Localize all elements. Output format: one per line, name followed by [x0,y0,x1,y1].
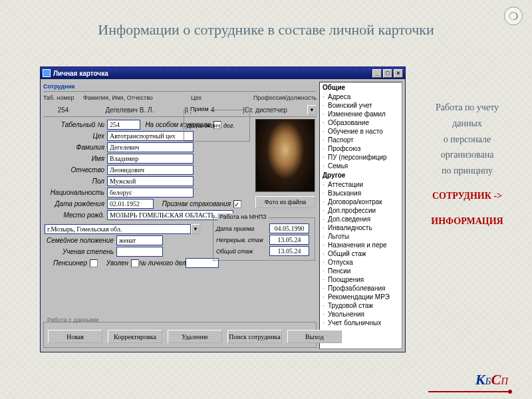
side-item[interactable]: Профзаболевания [320,284,402,293]
app-icon [43,69,51,77]
side-item[interactable]: Воинский учет [320,101,402,110]
name-label: Имя [43,155,107,162]
bottom-button-group: Работа с данными Новая Корректировка Уда… [43,317,317,348]
val-fio[interactable] [83,105,176,115]
col-ceh: Цех [176,94,216,101]
photo-from-file-button[interactable]: Фото из файла [255,196,315,208]
side-group-other[interactable]: Другое [320,170,402,180]
priem-legend: Прием [188,106,211,112]
hire-input[interactable] [269,223,309,233]
uvol-checkbox[interactable] [131,259,139,267]
side-item[interactable]: Пенсии [320,267,402,275]
nat-label: Национальность [43,189,107,196]
dob-label: Дата рождения [43,200,107,207]
side-item[interactable]: Доп.профессии [320,206,402,215]
side-item[interactable]: Профсоюз [320,144,402,153]
employee-photo [255,119,315,192]
side-item[interactable]: ПУ (персонифицир [320,153,402,162]
total-input[interactable] [269,246,309,256]
side-item[interactable]: Адреса [320,92,402,101]
tabel-input[interactable] [107,120,140,130]
uch-input[interactable] [116,247,163,257]
hire-label: Дата приема [216,225,269,232]
side-item[interactable]: Трудовой стаж [320,301,402,310]
side-item[interactable]: Семья [320,162,402,170]
employee-dropdown-button[interactable]: ▼ [307,105,317,115]
side-panel: Общие АдресаВоинский учетИзменение фамил… [319,82,402,349]
pens-checkbox[interactable] [90,259,98,267]
window-titlebar[interactable]: Личная карточка _ □ × [41,67,405,79]
side-item[interactable]: Доп.сведения [320,215,402,223]
photo-face-icon [256,120,315,192]
side-item[interactable]: Взыскания [320,189,402,198]
side-item[interactable]: Поощрения [320,275,402,284]
delo-label: № личного дела [139,259,186,267]
total-label: Общий стаж [216,248,269,255]
personal-card-window: Личная карточка _ □ × Сотрудник Таб. ном… [40,66,406,352]
footer-logo: КБСП [475,371,508,388]
sem-label: Семейное положение [43,237,116,244]
rhs-description: Работа по учету данных о персонале орган… [416,100,519,229]
find-button[interactable]: Поиск сотрудника [227,330,282,343]
strah-label: Признак страхования [154,200,233,207]
dob-input[interactable] [107,199,154,209]
name-input[interactable] [107,154,194,164]
side-item[interactable]: Инвалидность [320,223,402,232]
birthplace-label: Место рожд. [43,211,107,219]
side-item[interactable]: Паспорт [320,136,402,144]
fam-label: Фамилия [43,144,107,151]
delete-button[interactable]: Удаление [168,330,222,343]
val-tabnum[interactable] [43,105,83,115]
priem-group: Прием Дата оконч. дог. [184,110,250,142]
footer-underline-icon [428,391,508,392]
col-tabnum: Таб. номер [43,94,83,101]
work-group: Работа на МНПЗ Дата приема Непрерыв. ста… [213,217,315,261]
side-item[interactable]: Назначения и пере [320,241,402,249]
pol-label: Пол [43,178,107,185]
new-button[interactable]: Новая [48,330,102,343]
close-button[interactable]: × [394,69,403,78]
otch-input[interactable] [107,165,194,175]
side-item[interactable]: Увольнения [320,310,402,319]
pens-label: Пенсионер [43,259,90,267]
uvol-label: Уволен [98,259,131,267]
ceh-label: Цех [43,132,107,140]
side-item[interactable]: Рекомендации МРЭ [320,293,402,301]
side-item[interactable]: Учет больничных [320,319,402,327]
side-item[interactable]: Образование [320,118,402,127]
side-item[interactable]: Обучение в насто [320,127,402,136]
cont-input[interactable] [269,235,309,245]
birthplace-dropdown-button[interactable]: ▼ [191,224,200,234]
employee-link[interactable]: Сотрудник [43,83,83,90]
exit-button[interactable]: Выход [287,330,342,343]
page-title: Информации о сотруднике в составе личной… [0,21,532,39]
work-legend: Работа на МНПЗ [217,213,269,220]
side-item[interactable]: Договора/контрак [320,198,402,206]
cont-label: Непрерыв. стаж [216,237,269,243]
uch-label: Ученая степень [43,248,116,255]
pol-input[interactable] [107,176,194,186]
window-title: Личная карточка [53,70,108,77]
col-prof: Профессия/должность [216,94,317,101]
side-item[interactable]: Изменение фамил [320,110,402,118]
sem-input[interactable] [116,235,163,245]
tabel-label: Табельный № [43,121,107,128]
minimize-button[interactable]: _ [372,69,382,78]
fam-input[interactable] [107,142,194,152]
maximize-button[interactable]: □ [383,69,392,78]
side-group-common[interactable]: Общие [320,82,402,92]
nat-input[interactable] [107,188,194,198]
side-item[interactable]: Отпуска [320,258,402,267]
side-item[interactable]: Аттестации [320,180,402,189]
side-item[interactable]: Общий стаж [320,249,402,258]
birthplace2-input[interactable] [45,224,191,234]
col-fio: Фамилия, Имя, Отчество [83,94,176,101]
otch-label: Отчество [43,166,107,174]
edit-button[interactable]: Корректировка [108,330,162,343]
strah-checkbox[interactable]: ✓ [233,200,241,208]
date-end-label: Дата оконч. дог. [187,122,247,129]
form-area: Сотрудник Таб. номер Фамилия, Имя, Отчес… [41,79,319,352]
side-item[interactable]: Льготы [320,232,402,241]
ceh-input[interactable] [107,131,194,141]
